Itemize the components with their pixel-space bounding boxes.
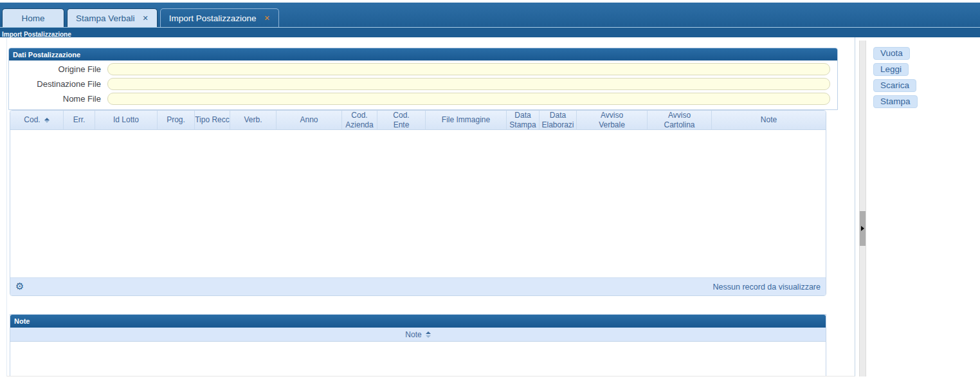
nome-file-input[interactable] [107,93,830,105]
tab-bar: Home Stampa Verbali ✕ Import Postalizzaz… [0,3,980,27]
column-header-id-lotto[interactable]: Id Lotto [95,111,158,129]
tab-home[interactable]: Home [2,8,64,27]
gear-icon[interactable]: ⚙ [15,282,24,292]
column-header-cod[interactable]: Cod. [10,111,64,129]
collapse-right-icon [861,226,864,231]
destinazione-file-input[interactable] [107,78,830,90]
vuota-button[interactable]: Vuota [873,47,910,60]
tab-stampa-verbali[interactable]: Stampa Verbali ✕ [67,8,158,27]
column-header-avviso-verbale[interactable]: Avviso Verbale [577,111,648,129]
breadcrumb-bar: Import Postalizzazione [0,27,980,37]
column-header-verb[interactable]: Verb. [230,111,277,129]
form-row: Nome File [9,93,837,105]
column-header-tipo-recc[interactable]: Tipo Recc [195,111,230,129]
close-icon[interactable]: ✕ [264,15,270,22]
note-panel-title: Note [10,315,826,328]
column-header-err[interactable]: Err. [64,111,95,129]
column-header-note[interactable]: Note [712,111,826,129]
column-header-avviso-cartolina[interactable]: Avviso Cartolina [648,111,712,129]
splitter-collapse-handle[interactable] [860,211,866,246]
grid-empty-text: Nessun record da visualizzare [713,283,821,292]
column-header-file-immagine[interactable]: File Immagine [426,111,507,129]
actions-panel: Vuota Leggi Scarica Stampa [873,47,918,111]
sort-icon [44,118,50,123]
column-header-cod-azienda[interactable]: Cod. Azienda [342,111,377,129]
stampa-button[interactable]: Stampa [873,95,918,108]
tab-import-postalizzazione[interactable]: Import Postalizzazione ✕ [160,8,279,27]
panel-splitter[interactable] [859,41,866,376]
origine-file-label: Origine File [9,64,107,74]
grid-header-row: Cod. Err. Id Lotto Prog. Tipo Recc Verb.… [10,111,826,130]
records-grid: Cod. Err. Id Lotto Prog. Tipo Recc Verb.… [10,110,826,296]
form-row: Destinazione File [9,78,837,90]
note-column-header[interactable]: Note [10,328,826,342]
column-header-anno[interactable]: Anno [277,111,342,129]
sort-icon [426,331,431,338]
column-header-prog[interactable]: Prog. [158,111,195,129]
column-header-data-elaborazi[interactable]: Data Elaborazi [540,111,577,129]
column-header-cod-ente[interactable]: Cod. Ente [377,111,426,129]
tab-label: Import Postalizzazione [169,14,257,23]
note-grid-body-empty [10,342,826,375]
main-region: Dati Postalizzazione Origine File Destin… [6,37,855,376]
nome-file-label: Nome File [9,94,107,104]
grid-footer-toolbar: ⚙ Nessun record da visualizzare [10,277,826,295]
dati-postalizzazione-panel: Dati Postalizzazione Origine File Destin… [8,48,838,110]
tab-label: Stampa Verbali [76,14,135,23]
note-panel: Note Note [10,314,826,376]
panel-title: Dati Postalizzazione [9,48,837,60]
leggi-button[interactable]: Leggi [873,63,909,76]
close-icon[interactable]: ✕ [143,15,149,22]
scarica-button[interactable]: Scarica [873,79,916,92]
form-row: Origine File [9,63,837,75]
column-header-data-stampa[interactable]: Data Stampa [507,111,540,129]
destinazione-file-label: Destinazione File [9,79,107,89]
tab-label: Home [21,14,44,23]
grid-body-empty [10,130,826,277]
origine-file-input[interactable] [107,63,830,75]
